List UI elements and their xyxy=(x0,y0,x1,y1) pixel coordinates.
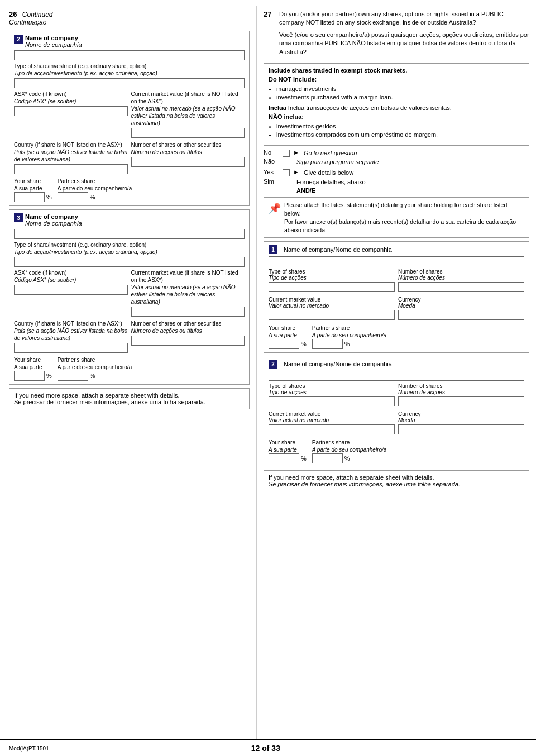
company-2-inputs-row2 xyxy=(269,424,524,437)
your-share-input-2[interactable] xyxy=(14,192,45,202)
yes-option-row-pt: Sim Forneça detalhes, abaixo AND/E xyxy=(264,178,529,195)
your-share-input-c2[interactable] xyxy=(269,453,299,463)
current-market-col-3: Current market value (if share is NOT li… xyxy=(131,269,245,319)
type-shares-label-c2: Type of shares Tipo de acções xyxy=(269,383,395,395)
no-option-row-pt: Não Siga para a pergunta seguinte xyxy=(264,158,529,166)
current-market-col-2: Current market value (if share is NOT li… xyxy=(131,90,245,140)
your-share-pct-c2: % xyxy=(301,455,307,462)
no-arrow: ► xyxy=(293,149,299,156)
company-name-input-3[interactable] xyxy=(14,229,245,239)
partner-share-pct-c2: % xyxy=(344,455,350,462)
extra-space-text-left: If you need more space, attach a separat… xyxy=(14,392,245,405)
number-shares-input-c1[interactable] xyxy=(398,282,524,292)
your-share-pct-3: % xyxy=(46,372,52,379)
page: 26 Continued Continuação 2 Name of compa… xyxy=(0,0,536,756)
type-shares-input-c2[interactable] xyxy=(269,396,395,406)
company-1-name-input[interactable] xyxy=(269,256,524,266)
no-checkbox[interactable] xyxy=(283,150,290,157)
current-market-input-c1[interactable] xyxy=(269,310,395,320)
nao-text-pt: Siga para a pergunta seguinte xyxy=(293,158,529,166)
no-text: Go to next question xyxy=(304,149,529,157)
type-share-input-3[interactable] xyxy=(14,257,245,267)
company-1-number: 1 xyxy=(269,245,277,254)
note-box-27: 📌 Please attach the latest statement(s) … xyxy=(264,197,529,238)
partner-share-input-2[interactable] xyxy=(58,192,88,202)
company-2-number: 2 xyxy=(269,360,277,369)
type-shares-input-c1[interactable] xyxy=(269,282,395,292)
right-column: 27 Do you (and/or your partner) own any … xyxy=(257,6,536,739)
asx-code-input-3[interactable] xyxy=(14,285,128,295)
company-2-inputs-row1 xyxy=(269,396,524,409)
section-2-header: 2 Name of company Nome de companhia xyxy=(14,35,245,48)
type-share-label-3: Type of share/investment (e.g. ordinary … xyxy=(14,241,245,256)
currency-input-c2[interactable] xyxy=(398,424,524,434)
company-2-title: 2 Name of company/Nome de companhia xyxy=(269,360,524,369)
country-input-2[interactable] xyxy=(14,164,128,174)
your-share-field-c2: Your share A sua parte % xyxy=(269,439,307,463)
type-share-label-2: Type of share/investment (e.g. ordinary … xyxy=(14,63,245,77)
company-name-input-2[interactable] xyxy=(14,50,245,60)
continued-header: 26 Continued Continuação xyxy=(9,10,250,26)
number-shares-label-c1: Number of shares Número de acções xyxy=(398,269,524,281)
partner-share-input-c2[interactable] xyxy=(312,453,343,463)
paperclip-icon: 📌 xyxy=(269,202,281,234)
section-2-box: 2 Name of company Nome de companhia Type… xyxy=(9,31,250,206)
partner-share-field-3: Partner's share A parte do seu companhei… xyxy=(58,356,132,381)
no-label-en: No xyxy=(264,149,279,156)
company-2-labels-row2: Current market value Valor actual no mer… xyxy=(269,411,524,423)
partner-share-pct-2: % xyxy=(90,194,95,200)
current-market-input-c2[interactable] xyxy=(269,424,395,434)
your-share-pct-2: % xyxy=(46,194,52,200)
type-shares-label-c1: Type of shares Tipo de acções xyxy=(269,269,395,281)
extra-space-box-left: If you need more space, attach a separat… xyxy=(9,388,250,409)
no-option-row: No ► Go to next question xyxy=(264,149,529,157)
country-col-2: Country (if share is NOT listed on the A… xyxy=(14,141,128,176)
asx-code-col-2: ASX* code (if known) Código ASX* (se sou… xyxy=(14,90,128,140)
country-input-3[interactable] xyxy=(14,343,128,353)
asx-market-row-3: ASX* code (if known) Código ASX* (se sou… xyxy=(14,269,245,319)
type-share-input-2[interactable] xyxy=(14,78,245,88)
asx-market-row-2: ASX* code (if known) Código ASX* (se sou… xyxy=(14,90,245,140)
info-box-27: Include shares traded in exempt stock ma… xyxy=(264,63,529,146)
section-3-number: 3 xyxy=(14,213,23,222)
currency-input-c1[interactable] xyxy=(398,310,524,320)
question-27-number: 27 xyxy=(264,10,275,60)
yes-arrow: ► xyxy=(293,169,299,175)
country-shares-row-2: Country (if share is NOT listed on the A… xyxy=(14,141,245,176)
company-2-box: 2 Name of company/Nome de companhia Type… xyxy=(264,356,529,467)
section-number-26: 26 xyxy=(9,10,17,18)
company-2-name-input[interactable] xyxy=(269,371,524,381)
nao-label-pt: Não xyxy=(264,158,279,165)
footer-mod: Mod(iA)PT.1501 xyxy=(9,745,49,752)
extra-space-box-right: If you need more space, attach a separat… xyxy=(264,470,529,491)
number-shares-input-c2[interactable] xyxy=(398,396,524,406)
country-col-3: Country (if share is NOT listed on the A… xyxy=(14,320,128,355)
footer: Mod(iA)PT.1501 12 of 33 xyxy=(0,739,536,756)
partner-share-field-c2: Partner's share A parte do seu companhei… xyxy=(312,439,387,463)
number-shares-input-3[interactable] xyxy=(131,336,245,346)
number-shares-input-2[interactable] xyxy=(131,157,245,167)
company-2-labels-row1: Type of shares Tipo de acções Number of … xyxy=(269,383,524,395)
asx-code-input-2[interactable] xyxy=(14,106,128,116)
your-share-input-c1[interactable] xyxy=(269,339,299,349)
footer-page: 12 of 33 xyxy=(251,744,280,753)
your-share-field-3: Your share A sua parte % xyxy=(14,356,52,381)
your-share-input-3[interactable] xyxy=(14,371,45,381)
partner-share-pct-3: % xyxy=(90,372,95,379)
sim-text-pt: Forneça detalhes, abaixo AND/E xyxy=(293,178,529,195)
country-shares-row-3: Country (if share is NOT listed on the A… xyxy=(14,320,245,355)
partner-share-input-c1[interactable] xyxy=(312,339,343,349)
your-share-field-c1: Your share A sua parte % xyxy=(269,324,307,349)
question-27-text: Do you (and/or your partner) own any sha… xyxy=(279,10,529,60)
partner-share-input-3[interactable] xyxy=(58,371,88,381)
yes-option-row: Yes ► Give details below xyxy=(264,169,529,177)
your-share-pct-c1: % xyxy=(301,341,307,347)
current-market-input-3[interactable] xyxy=(131,307,245,317)
company-1-labels-row1: Type of shares Tipo de acções Number of … xyxy=(269,269,524,281)
yes-label-en: Yes xyxy=(264,169,279,175)
partner-share-pct-c1: % xyxy=(344,341,350,347)
current-market-input-2[interactable] xyxy=(131,128,245,138)
left-column: 26 Continued Continuação 2 Name of compa… xyxy=(0,6,257,739)
yes-checkbox[interactable] xyxy=(283,169,290,176)
section-3-header: 3 Name of company Nome de companhia xyxy=(14,213,245,227)
